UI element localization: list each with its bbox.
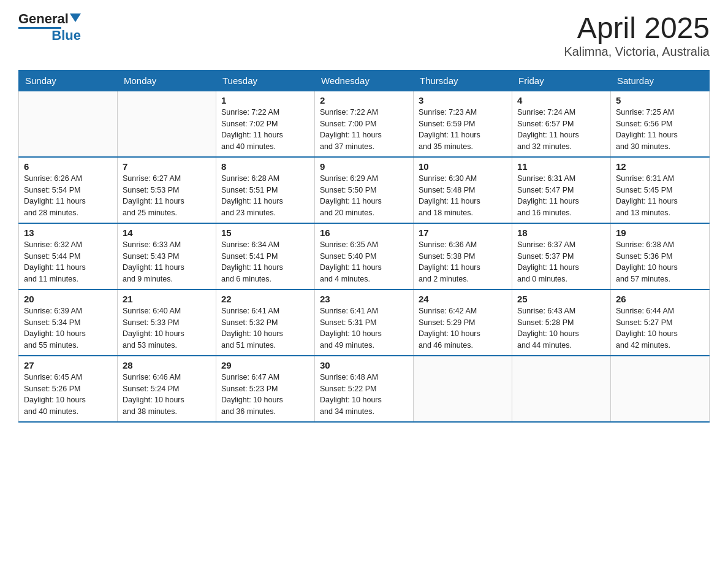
calendar-header: SundayMondayTuesdayWednesdayThursdayFrid… (19, 70, 710, 91)
day-info: Sunrise: 7:22 AM Sunset: 7:00 PM Dayligh… (320, 107, 408, 153)
day-number: 17 (419, 228, 507, 238)
calendar-table: SundayMondayTuesdayWednesdayThursdayFrid… (18, 70, 710, 423)
day-info: Sunrise: 6:31 AM Sunset: 5:47 PM Dayligh… (517, 173, 605, 219)
logo-triangle-icon (70, 13, 81, 22)
calendar-cell: 7Sunrise: 6:27 AM Sunset: 5:53 PM Daylig… (118, 157, 216, 223)
day-info: Sunrise: 6:38 AM Sunset: 5:36 PM Dayligh… (616, 239, 704, 285)
calendar-cell (512, 356, 611, 422)
calendar-cell: 25Sunrise: 6:43 AM Sunset: 5:28 PM Dayli… (512, 289, 611, 356)
calendar-cell: 30Sunrise: 6:48 AM Sunset: 5:22 PM Dayli… (315, 356, 414, 422)
day-info: Sunrise: 6:39 AM Sunset: 5:34 PM Dayligh… (24, 305, 112, 351)
day-info: Sunrise: 6:31 AM Sunset: 5:45 PM Dayligh… (616, 173, 704, 219)
day-number: 6 (24, 161, 112, 172)
day-info: Sunrise: 6:27 AM Sunset: 5:53 PM Dayligh… (123, 173, 211, 219)
calendar-cell: 27Sunrise: 6:45 AM Sunset: 5:26 PM Dayli… (19, 356, 118, 422)
day-info: Sunrise: 6:42 AM Sunset: 5:29 PM Dayligh… (419, 305, 507, 351)
day-number: 25 (517, 294, 605, 304)
day-info: Sunrise: 6:48 AM Sunset: 5:22 PM Dayligh… (320, 372, 408, 418)
calendar-cell: 8Sunrise: 6:28 AM Sunset: 5:51 PM Daylig… (216, 157, 315, 223)
day-info: Sunrise: 6:30 AM Sunset: 5:48 PM Dayligh… (419, 173, 507, 219)
days-of-week-row: SundayMondayTuesdayWednesdayThursdayFrid… (19, 70, 710, 91)
day-info: Sunrise: 6:40 AM Sunset: 5:33 PM Dayligh… (123, 305, 211, 351)
day-number: 13 (24, 228, 112, 238)
calendar-cell: 3Sunrise: 7:23 AM Sunset: 6:59 PM Daylig… (414, 91, 512, 157)
calendar-cell: 20Sunrise: 6:39 AM Sunset: 5:34 PM Dayli… (19, 289, 118, 356)
day-number: 14 (123, 228, 211, 238)
day-number: 15 (221, 228, 309, 238)
day-info: Sunrise: 6:37 AM Sunset: 5:37 PM Dayligh… (517, 239, 605, 285)
day-info: Sunrise: 6:36 AM Sunset: 5:38 PM Dayligh… (419, 239, 507, 285)
calendar-cell: 19Sunrise: 6:38 AM Sunset: 5:36 PM Dayli… (611, 223, 710, 289)
calendar-cell (414, 356, 512, 422)
day-of-week-header: Saturday (611, 70, 710, 91)
calendar-cell: 14Sunrise: 6:33 AM Sunset: 5:43 PM Dayli… (118, 223, 216, 289)
day-info: Sunrise: 6:35 AM Sunset: 5:40 PM Dayligh… (320, 239, 408, 285)
calendar-week-row: 27Sunrise: 6:45 AM Sunset: 5:26 PM Dayli… (19, 356, 710, 422)
day-info: Sunrise: 7:24 AM Sunset: 6:57 PM Dayligh… (517, 107, 605, 153)
day-of-week-header: Sunday (19, 70, 118, 91)
calendar-cell: 13Sunrise: 6:32 AM Sunset: 5:44 PM Dayli… (19, 223, 118, 289)
day-number: 21 (123, 294, 211, 304)
calendar-cell: 26Sunrise: 6:44 AM Sunset: 5:27 PM Dayli… (611, 289, 710, 356)
calendar-cell: 18Sunrise: 6:37 AM Sunset: 5:37 PM Dayli… (512, 223, 611, 289)
calendar-cell (611, 356, 710, 422)
calendar-cell: 17Sunrise: 6:36 AM Sunset: 5:38 PM Dayli… (414, 223, 512, 289)
day-number: 30 (320, 360, 408, 370)
calendar-cell: 2Sunrise: 7:22 AM Sunset: 7:00 PM Daylig… (315, 91, 414, 157)
calendar-cell: 5Sunrise: 7:25 AM Sunset: 6:56 PM Daylig… (611, 91, 710, 157)
day-number: 20 (24, 294, 112, 304)
day-number: 28 (123, 360, 211, 370)
calendar-cell: 4Sunrise: 7:24 AM Sunset: 6:57 PM Daylig… (512, 91, 611, 157)
calendar-subtitle: Kalimna, Victoria, Australia (564, 45, 710, 59)
day-info: Sunrise: 6:26 AM Sunset: 5:54 PM Dayligh… (24, 173, 112, 219)
calendar-cell: 21Sunrise: 6:40 AM Sunset: 5:33 PM Dayli… (118, 289, 216, 356)
day-number: 23 (320, 294, 408, 304)
day-number: 5 (616, 95, 704, 105)
day-info: Sunrise: 6:47 AM Sunset: 5:23 PM Dayligh… (221, 372, 309, 418)
day-of-week-header: Tuesday (216, 70, 315, 91)
logo-general-text: General (18, 12, 69, 26)
day-info: Sunrise: 7:22 AM Sunset: 7:02 PM Dayligh… (221, 107, 309, 153)
calendar-week-row: 6Sunrise: 6:26 AM Sunset: 5:54 PM Daylig… (19, 157, 710, 223)
day-number: 10 (419, 161, 507, 172)
calendar-cell: 16Sunrise: 6:35 AM Sunset: 5:40 PM Dayli… (315, 223, 414, 289)
day-number: 9 (320, 161, 408, 172)
day-number: 11 (517, 161, 605, 172)
day-info: Sunrise: 6:32 AM Sunset: 5:44 PM Dayligh… (24, 239, 112, 285)
calendar-cell: 15Sunrise: 6:34 AM Sunset: 5:41 PM Dayli… (216, 223, 315, 289)
day-info: Sunrise: 6:33 AM Sunset: 5:43 PM Dayligh… (123, 239, 211, 285)
calendar-title: April 2025 (564, 12, 710, 45)
day-info: Sunrise: 6:28 AM Sunset: 5:51 PM Dayligh… (221, 173, 309, 219)
day-number: 27 (24, 360, 112, 370)
logo: General Blue (18, 12, 81, 42)
day-info: Sunrise: 7:25 AM Sunset: 6:56 PM Dayligh… (616, 107, 704, 153)
calendar-week-row: 13Sunrise: 6:32 AM Sunset: 5:44 PM Dayli… (19, 223, 710, 289)
day-of-week-header: Thursday (414, 70, 512, 91)
calendar-cell: 11Sunrise: 6:31 AM Sunset: 5:47 PM Dayli… (512, 157, 611, 223)
day-of-week-header: Friday (512, 70, 611, 91)
day-number: 7 (123, 161, 211, 172)
day-info: Sunrise: 6:41 AM Sunset: 5:31 PM Dayligh… (320, 305, 408, 351)
calendar-week-row: 1Sunrise: 7:22 AM Sunset: 7:02 PM Daylig… (19, 91, 710, 157)
logo-blue-text: Blue (51, 28, 81, 43)
calendar-body: 1Sunrise: 7:22 AM Sunset: 7:02 PM Daylig… (19, 91, 710, 422)
calendar-cell: 9Sunrise: 6:29 AM Sunset: 5:50 PM Daylig… (315, 157, 414, 223)
day-number: 4 (517, 95, 605, 105)
day-number: 16 (320, 228, 408, 238)
day-info: Sunrise: 6:44 AM Sunset: 5:27 PM Dayligh… (616, 305, 704, 351)
calendar-cell: 1Sunrise: 7:22 AM Sunset: 7:02 PM Daylig… (216, 91, 315, 157)
day-of-week-header: Monday (118, 70, 216, 91)
calendar-week-row: 20Sunrise: 6:39 AM Sunset: 5:34 PM Dayli… (19, 289, 710, 356)
day-number: 19 (616, 228, 704, 238)
calendar-cell: 22Sunrise: 6:41 AM Sunset: 5:32 PM Dayli… (216, 289, 315, 356)
calendar-cell (118, 91, 216, 157)
day-number: 24 (419, 294, 507, 304)
calendar-cell: 28Sunrise: 6:46 AM Sunset: 5:24 PM Dayli… (118, 356, 216, 422)
day-info: Sunrise: 6:41 AM Sunset: 5:32 PM Dayligh… (221, 305, 309, 351)
title-block: April 2025 Kalimna, Victoria, Australia (564, 12, 710, 59)
day-info: Sunrise: 6:29 AM Sunset: 5:50 PM Dayligh… (320, 173, 408, 219)
day-number: 2 (320, 95, 408, 105)
day-of-week-header: Wednesday (315, 70, 414, 91)
day-info: Sunrise: 7:23 AM Sunset: 6:59 PM Dayligh… (419, 107, 507, 153)
day-info: Sunrise: 6:46 AM Sunset: 5:24 PM Dayligh… (123, 372, 211, 418)
